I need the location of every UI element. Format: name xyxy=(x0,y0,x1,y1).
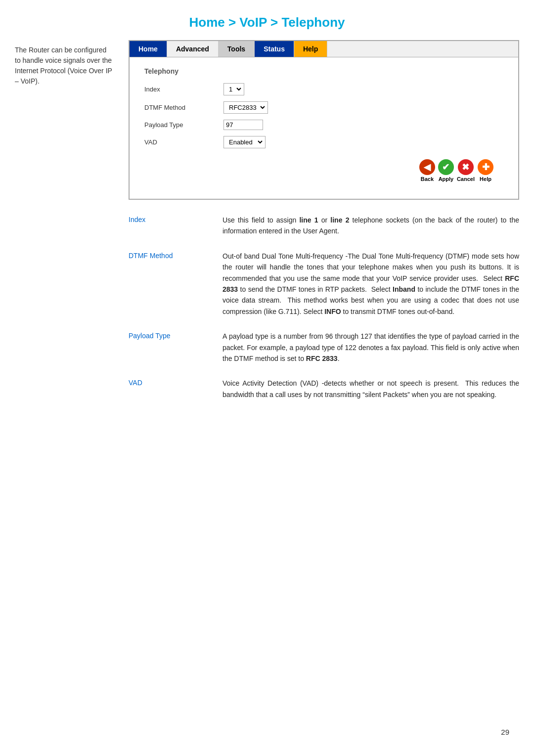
form-row-dtmf: DTMF Method RFC2833 Inband INFO xyxy=(144,101,503,114)
nav-tools[interactable]: Tools xyxy=(219,41,255,57)
nav-home[interactable]: Home xyxy=(130,41,167,57)
desc-payload: A payload type is a number from 96 throu… xyxy=(222,331,519,364)
help-dtmf: DTMF Method Out-of band Dual Tone Multi-… xyxy=(129,251,519,317)
label-index: Index xyxy=(144,86,223,93)
vad-select-wrapper[interactable]: Enabled Disabled xyxy=(223,136,266,148)
page-title: Home > VoIP > Telephony xyxy=(0,0,534,40)
sidebar-description: The Router can be configured to handle v… xyxy=(15,40,114,87)
term-vad: VAD xyxy=(129,378,208,400)
desc-index: Use this field to assign line 1 or line … xyxy=(222,215,519,237)
help-icon: ✚ xyxy=(478,159,493,175)
form-area: Telephony Index 1 2 DTM xyxy=(130,57,518,199)
term-dtmf: DTMF Method xyxy=(129,251,208,317)
desc-vad: Voice Activity Detection (VAD) -detects … xyxy=(222,378,519,400)
content-area: Home Advanced Tools Status Help Telephon… xyxy=(129,40,519,414)
payload-input[interactable] xyxy=(223,120,263,130)
form-row-index: Index 1 2 xyxy=(144,83,503,95)
help-index: Index Use this field to assign line 1 or… xyxy=(129,215,519,237)
nav-advanced[interactable]: Advanced xyxy=(167,41,219,57)
form-section-title: Telephony xyxy=(144,67,503,75)
cancel-label: Cancel xyxy=(457,176,475,182)
term-payload: Payload Type xyxy=(129,331,208,364)
help-vad: VAD Voice Activity Detection (VAD) -dete… xyxy=(129,378,519,400)
router-ui-panel: Home Advanced Tools Status Help Telephon… xyxy=(129,40,519,200)
back-label: Back xyxy=(421,176,434,182)
label-payload: Payload Type xyxy=(144,121,223,129)
help-button[interactable]: ✚ Help xyxy=(478,159,493,182)
desc-dtmf: Out-of band Dual Tone Multi-frequency -T… xyxy=(222,251,519,317)
form-row-vad: VAD Enabled Disabled xyxy=(144,136,503,148)
vad-select[interactable]: Enabled Disabled xyxy=(225,137,264,147)
label-dtmf: DTMF Method xyxy=(144,104,223,111)
apply-button[interactable]: ✔ Apply xyxy=(438,159,454,182)
cancel-button[interactable]: ✖ Cancel xyxy=(457,159,475,182)
back-icon: ◀ xyxy=(419,159,435,175)
action-row: ◀ Back ✔ Apply ✖ Cancel ✚ Help xyxy=(144,154,503,189)
form-row-payload: Payload Type xyxy=(144,120,503,130)
index-select[interactable]: 1 2 xyxy=(225,84,243,94)
control-payload xyxy=(223,120,263,130)
page-number: 29 xyxy=(501,728,509,736)
nav-bar: Home Advanced Tools Status Help xyxy=(130,41,518,57)
help-label: Help xyxy=(480,176,491,182)
control-dtmf: RFC2833 Inband INFO xyxy=(223,101,268,114)
apply-icon: ✔ xyxy=(438,159,454,175)
apply-label: Apply xyxy=(439,176,454,182)
control-index: 1 2 xyxy=(223,83,244,95)
term-index: Index xyxy=(129,215,208,237)
sidebar: The Router can be configured to handle v… xyxy=(15,40,114,414)
dtmf-select-wrapper[interactable]: RFC2833 Inband INFO xyxy=(223,101,268,114)
help-payload: Payload Type A payload type is a number … xyxy=(129,331,519,364)
nav-help[interactable]: Help xyxy=(294,41,327,57)
control-vad: Enabled Disabled xyxy=(223,136,266,148)
dtmf-select[interactable]: RFC2833 Inband INFO xyxy=(225,102,267,113)
cancel-icon: ✖ xyxy=(458,159,474,175)
label-vad: VAD xyxy=(144,138,223,146)
index-select-wrapper[interactable]: 1 2 xyxy=(223,83,244,95)
nav-status[interactable]: Status xyxy=(255,41,294,57)
back-button[interactable]: ◀ Back xyxy=(419,159,435,182)
